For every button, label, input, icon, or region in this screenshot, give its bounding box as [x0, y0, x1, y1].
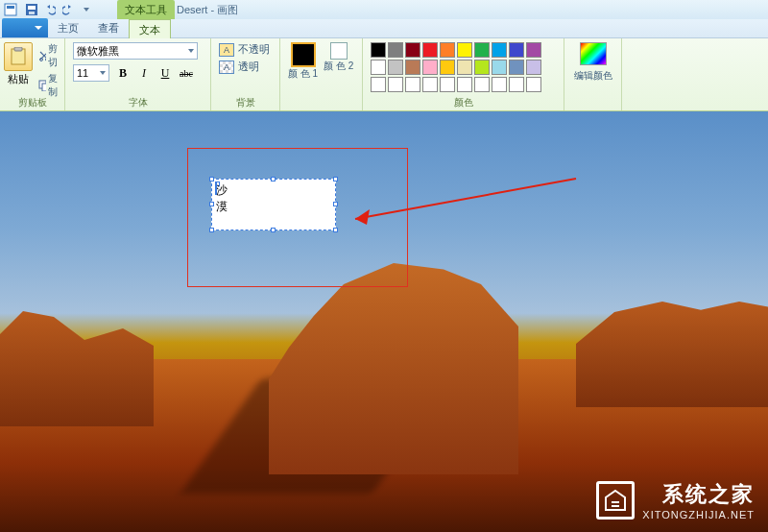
app-name: 画图	[217, 4, 238, 15]
text-cursor	[215, 181, 217, 195]
palette-swatch[interactable]	[422, 60, 438, 75]
palette-swatch[interactable]	[457, 77, 472, 92]
color2-button[interactable]: 颜 色 2	[324, 42, 353, 110]
palette-swatch[interactable]	[422, 77, 438, 92]
strikethrough-button[interactable]: abc	[177, 63, 196, 83]
paste-icon	[4, 42, 33, 71]
font-family-select[interactable]: 微软雅黑	[73, 42, 198, 60]
palette-swatch[interactable]	[492, 60, 507, 75]
palette-swatch[interactable]	[371, 77, 386, 92]
font-family-value: 微软雅黑	[77, 43, 119, 59]
redo-icon[interactable]	[60, 2, 77, 17]
color2-label: 颜 色 2	[324, 60, 353, 71]
canvas-area[interactable]: 沙漠 系统之家 XITONGZHIJIA.NET	[0, 111, 768, 532]
color1-swatch	[291, 42, 316, 67]
palette-swatch[interactable]	[526, 42, 541, 58]
svg-point-8	[45, 59, 46, 61]
underline-button[interactable]: U	[156, 63, 175, 83]
palette-swatch[interactable]	[509, 42, 524, 58]
chevron-down-icon	[188, 49, 194, 53]
svg-point-7	[39, 59, 42, 61]
transparent-icon: A	[219, 60, 234, 74]
butte-main	[269, 263, 518, 474]
undo-icon[interactable]	[41, 2, 59, 17]
palette-swatch[interactable]	[457, 60, 472, 75]
group-clipboard-label: 剪贴板	[0, 96, 64, 109]
save-icon[interactable]	[23, 2, 40, 17]
watermark: 系统之家 XITONGZHIJIA.NET	[596, 480, 755, 520]
cut-label: 剪切	[48, 42, 61, 69]
palette-swatch[interactable]	[474, 77, 490, 92]
ribbon: 粘贴 剪切 复制 剪贴板 微软雅黑 11	[0, 38, 768, 111]
italic-button[interactable]: I	[134, 63, 154, 83]
palette-swatch[interactable]	[457, 42, 472, 58]
edit-colors-icon	[580, 42, 607, 65]
svg-marker-12	[355, 209, 370, 225]
tab-view[interactable]: 查看	[88, 18, 129, 37]
color1-button[interactable]: 颜 色 1	[288, 42, 318, 110]
group-palette: 颜色	[363, 38, 564, 110]
palette-swatch[interactable]	[388, 60, 403, 75]
palette-swatch[interactable]	[492, 42, 507, 58]
group-font-label: 字体	[65, 96, 210, 109]
cut-button[interactable]: 剪切	[38, 42, 61, 69]
palette-swatch[interactable]	[526, 77, 541, 92]
palette-swatch[interactable]	[440, 42, 455, 58]
transparent-option[interactable]: A 透明	[219, 60, 272, 74]
svg-rect-3	[28, 6, 36, 10]
qat-customize-icon[interactable]	[78, 2, 95, 17]
copy-label: 复制	[48, 72, 61, 99]
group-clipboard: 粘贴 剪切 复制 剪贴板	[0, 38, 65, 110]
group-colors-label: 颜色	[363, 96, 564, 109]
svg-rect-10	[42, 84, 46, 91]
bold-button[interactable]: B	[113, 63, 132, 83]
palette-swatch[interactable]	[509, 77, 524, 92]
palette-swatch[interactable]	[405, 60, 420, 75]
palette-swatch[interactable]	[492, 77, 507, 92]
cut-icon	[38, 50, 46, 61]
copy-button[interactable]: 复制	[38, 72, 61, 99]
watermark-logo-icon	[596, 481, 635, 520]
palette-swatch[interactable]	[388, 77, 403, 92]
watermark-brand: 系统之家	[642, 480, 755, 509]
watermark-url: XITONGZHIJIA.NET	[642, 509, 755, 520]
copy-icon	[38, 80, 46, 91]
palette-swatch[interactable]	[440, 77, 455, 92]
app-menu-icon[interactable]	[3, 2, 18, 17]
color2-swatch	[330, 42, 348, 60]
file-menu-button[interactable]	[2, 18, 48, 37]
font-size-select[interactable]: 11	[73, 64, 109, 82]
palette-swatch[interactable]	[474, 42, 490, 58]
palette-swatch[interactable]	[405, 77, 420, 92]
quick-access-toolbar	[23, 2, 95, 17]
svg-rect-14	[612, 505, 619, 507]
annotation-arrow	[336, 169, 586, 246]
edit-colors-button[interactable]: 编辑颜色	[574, 42, 612, 83]
palette-swatch[interactable]	[371, 42, 386, 58]
group-background: A 不透明 A 透明 背景	[211, 38, 280, 110]
paste-button[interactable]: 粘贴	[4, 42, 33, 99]
tab-text[interactable]: 文本	[129, 19, 171, 38]
butte-right	[576, 302, 768, 407]
chevron-down-icon	[100, 71, 106, 75]
butte-left	[0, 311, 154, 426]
paste-label: 粘贴	[8, 72, 29, 86]
palette-swatch[interactable]	[509, 60, 524, 75]
palette-swatch[interactable]	[440, 60, 455, 75]
palette-swatch[interactable]	[474, 60, 490, 75]
text-tool-box[interactable]: 沙漠	[211, 179, 336, 230]
palette-swatch[interactable]	[388, 42, 403, 58]
svg-rect-13	[612, 501, 619, 503]
palette-swatch[interactable]	[405, 42, 420, 58]
tab-home[interactable]: 主页	[48, 18, 88, 37]
palette-swatch[interactable]	[526, 60, 541, 75]
svg-rect-0	[5, 4, 16, 15]
svg-rect-4	[29, 12, 35, 14]
color1-label: 颜 色 1	[288, 68, 318, 79]
opaque-option[interactable]: A 不透明	[219, 42, 272, 57]
font-size-value: 11	[77, 65, 88, 81]
group-edit-colors: 编辑颜色	[564, 38, 622, 110]
transparent-label: 透明	[238, 60, 259, 74]
palette-swatch[interactable]	[422, 42, 438, 58]
palette-swatch[interactable]	[371, 60, 386, 75]
